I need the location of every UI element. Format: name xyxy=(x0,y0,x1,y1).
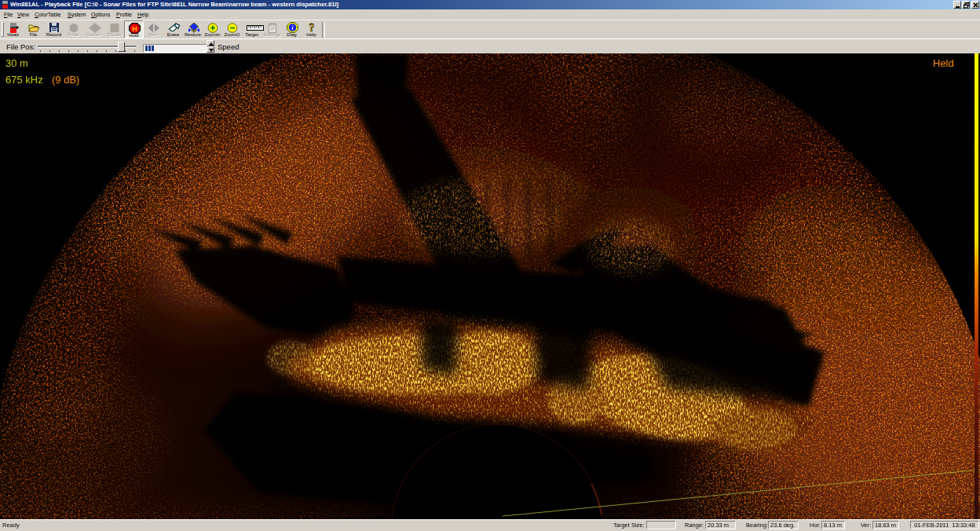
svg-text:?: ? xyxy=(309,22,314,33)
svg-text:H: H xyxy=(132,25,137,33)
